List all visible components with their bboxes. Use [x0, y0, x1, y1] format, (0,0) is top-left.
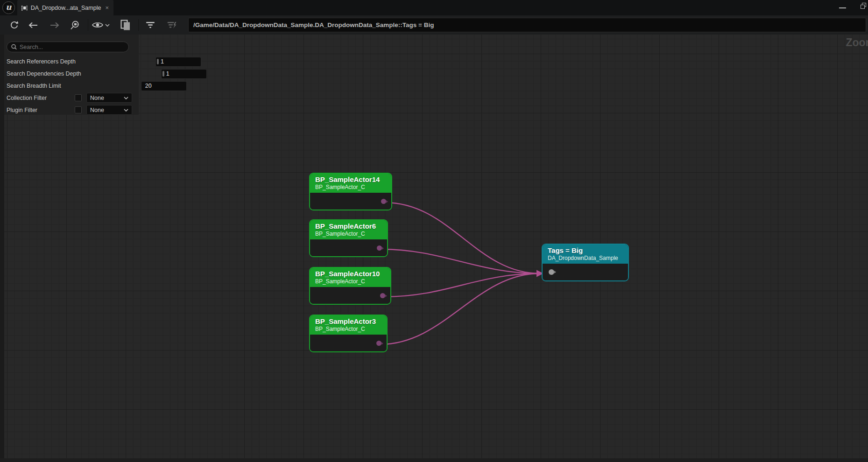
node-bp-sampleactor10[interactable]: BP_SampleActor10 BP_SampleActor_C: [309, 267, 391, 305]
node-header: BP_SampleActor3 BP_SampleActor_C: [310, 315, 387, 335]
chevron-down-icon: [124, 97, 128, 99]
graph-search-box[interactable]: [7, 42, 129, 52]
filter-icon: [146, 21, 155, 28]
auto-filter-button[interactable]: [164, 15, 180, 35]
refresh-button[interactable]: [6, 15, 22, 35]
search-input[interactable]: [20, 44, 124, 50]
node-body: [310, 335, 387, 351]
node-tags-big-target[interactable]: Tags = Big DA_DropdownData_Sample: [542, 244, 629, 281]
forward-button[interactable]: [47, 15, 63, 35]
node-bp-sampleactor6[interactable]: BP_SampleActor6 BP_SampleActor_C: [309, 219, 388, 257]
node-header: Tags = Big DA_DropdownData_Sample: [543, 245, 628, 264]
node-title: BP_SampleActor14: [315, 175, 386, 183]
back-button[interactable]: [25, 15, 41, 35]
node-subtitle: BP_SampleActor_C: [315, 184, 386, 190]
reference-viewer-icon: [21, 5, 28, 11]
node-header: BP_SampleActor14 BP_SampleActor_C: [310, 174, 391, 193]
node-body: [310, 287, 390, 304]
setting-label: Search Dependencies Depth: [7, 70, 81, 77]
collection-filter-checkbox[interactable]: [75, 94, 82, 101]
node-subtitle: BP_SampleActor_C: [315, 326, 381, 332]
maximize-icon: [861, 4, 866, 9]
refresh-icon: [10, 21, 19, 29]
visibility-dropdown-button[interactable]: [90, 15, 112, 35]
node-bp-sampleactor14[interactable]: BP_SampleActor14 BP_SampleActor_C: [309, 173, 392, 210]
graph-left-edge: [0, 35, 4, 462]
tab-title: DA_Dropdow...ata_Sample: [31, 5, 101, 11]
node-title: BP_SampleActor6: [315, 222, 382, 230]
tab-close-icon[interactable]: ×: [105, 4, 109, 11]
output-pin[interactable]: [376, 341, 381, 346]
toolbar-separator: [88, 19, 88, 31]
setting-row-referencers-depth: Search Referencers Depth 1: [7, 56, 136, 67]
node-bp-sampleactor3[interactable]: BP_SampleActor3 BP_SampleActor_C: [309, 315, 388, 352]
tab-reference-viewer[interactable]: DA_Dropdow...ata_Sample ×: [17, 0, 113, 15]
node-title: BP_SampleActor3: [315, 317, 381, 325]
breadth-limit-input[interactable]: 20: [141, 81, 187, 91]
arrow-left-icon: [28, 22, 38, 28]
node-body: [310, 239, 387, 256]
plugin-filter-checkbox[interactable]: [75, 106, 82, 113]
eye-icon: [92, 21, 103, 28]
collection-filter-dropdown[interactable]: None: [86, 93, 132, 103]
wire-actor6-to-target: [381, 249, 540, 273]
wire-actor3-to-target: [380, 273, 540, 344]
node-title: Tags = Big: [548, 246, 623, 254]
setting-row-collection-filter: Collection Filter None: [7, 93, 136, 103]
node-title: BP_SampleActor10: [315, 270, 385, 278]
window-controls: [833, 0, 868, 15]
node-body: [543, 264, 628, 280]
spin-drag-handle[interactable]: [157, 59, 159, 64]
output-pin[interactable]: [377, 245, 382, 251]
node-header: BP_SampleActor10 BP_SampleActor_C: [310, 268, 390, 287]
node-body: [310, 193, 391, 210]
setting-row-breadth-limit: Search Breadth Limit 20: [7, 81, 136, 91]
setting-label: Plugin Filter: [7, 107, 37, 113]
setting-row-dependencies-depth: Search Dependencies Depth 1: [7, 69, 136, 79]
zoom-level-indicator: Zoom: [846, 36, 868, 49]
filter-lightning-icon: [167, 21, 177, 29]
plugin-filter-dropdown[interactable]: None: [86, 105, 132, 115]
find-in-graph-icon: [70, 21, 79, 30]
title-bar: u DA_Dropdow...ata_Sample ×: [0, 0, 868, 15]
graph-bottom-edge: [0, 458, 868, 462]
setting-label: Search Referencers Depth: [7, 58, 76, 65]
node-subtitle: BP_SampleActor_C: [315, 231, 382, 237]
maximize-button[interactable]: [858, 0, 868, 15]
node-subtitle: DA_DropdownData_Sample: [548, 255, 623, 261]
search-icon: [11, 44, 17, 50]
setting-row-plugin-filter: Plugin Filter None: [7, 105, 136, 115]
wire-actor14-to-target: [385, 203, 540, 273]
asset-path-field[interactable]: /Game/Data/DA_DropdownData_Sample.DA_Dro…: [188, 18, 866, 32]
node-subtitle: BP_SampleActor_C: [315, 278, 385, 285]
setting-label: Search Breadth Limit: [7, 83, 61, 89]
filter-button[interactable]: [142, 15, 158, 35]
asset-path-text: /Game/Data/DA_DropdownData_Sample.DA_Dro…: [193, 21, 434, 28]
copy-icon: [120, 20, 131, 31]
chevron-down-icon: [124, 109, 128, 112]
toolbar-separator: [138, 19, 139, 31]
arrow-right-icon: [50, 22, 59, 28]
unreal-engine-logo[interactable]: u: [2, 1, 15, 14]
dependencies-depth-input[interactable]: 1: [161, 69, 207, 79]
setting-label: Collection Filter: [7, 95, 47, 101]
node-header: BP_SampleActor6 BP_SampleActor_C: [310, 220, 387, 239]
spin-drag-handle[interactable]: [162, 71, 164, 77]
output-pin[interactable]: [380, 293, 385, 298]
zoom-to-fit-button[interactable]: [67, 15, 83, 35]
toolbar: /Game/Data/DA_DropdownData_Sample.DA_Dro…: [0, 15, 868, 35]
chevron-down-icon: [105, 24, 110, 27]
output-pin[interactable]: [381, 199, 386, 204]
reference-graph-canvas[interactable]: BP_SampleActor14 BP_SampleActor_C BP_Sam…: [0, 35, 868, 462]
minimize-button[interactable]: [833, 0, 852, 15]
referencers-depth-input[interactable]: 1: [155, 57, 201, 67]
duplicate-button[interactable]: [118, 15, 134, 35]
input-pin[interactable]: [549, 269, 554, 275]
unreal-reference-viewer-window: u DA_Dropdow...ata_Sample ×: [0, 0, 868, 462]
graph-settings-panel: Search Referencers Depth 1 Search Depend…: [4, 35, 139, 115]
wire-actor10-to-target: [384, 273, 540, 297]
